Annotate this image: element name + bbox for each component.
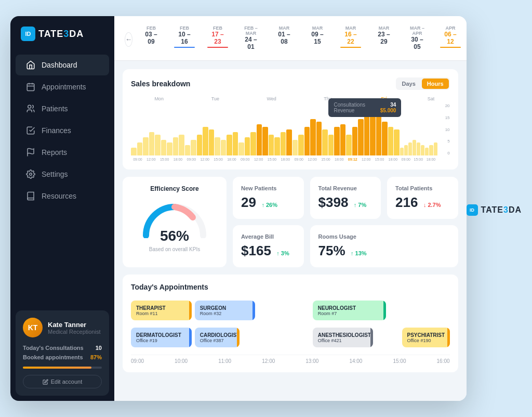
sidebar-item-label: Resources <box>42 192 76 200</box>
profile-role: Medical Receptionist <box>48 329 101 335</box>
timeline-row-2: DERMATOLOGIST Office #19 CARDIOLOGIST Of… <box>131 325 450 349</box>
bar <box>274 137 280 155</box>
date-tab-8[interactable]: MAR – APR 30 – 05 <box>402 23 433 55</box>
bar <box>346 135 352 155</box>
date-tab-4[interactable]: MAR 01 – 08 <box>269 23 300 55</box>
sidebar-item-label: Dashboard <box>42 61 77 69</box>
kpi-section: Efficiency Score 56% Based on overall KP… <box>123 177 458 267</box>
bar <box>304 127 310 155</box>
sidebar-item-appointments[interactable]: Appointments <box>16 76 109 97</box>
edit-account-button[interactable]: Edit account <box>23 375 102 388</box>
sidebar-item-settings[interactable]: Settings <box>16 164 109 185</box>
sidebar-item-dashboard[interactable]: Dashboard <box>16 55 109 75</box>
sidebar-logo: ID TATE3DA <box>10 16 114 49</box>
chart-title: Sales breakdown <box>131 80 190 88</box>
average-bill-card: Average Bill $165 ↑ 3% <box>233 225 304 267</box>
check-square-icon <box>26 126 35 135</box>
tooltip-consultations-row: Consultations 34 <box>334 102 396 108</box>
date-tabs: FEB 03 – 09 FEB 10 – 16 FEB 17 – 23 FEB … <box>136 23 466 55</box>
sidebar-item-label: Patients <box>42 105 68 113</box>
date-tab-5[interactable]: MAR 09 – 15 <box>302 23 333 55</box>
bar <box>215 137 220 155</box>
appt-surgeon: SURGEON Room #32 <box>195 301 256 320</box>
chart-toggle: Days Hours <box>396 77 450 90</box>
bar <box>245 137 250 155</box>
dashboard-content: Sales breakdown Days Hours Mon Tue Wed T… <box>114 61 467 401</box>
sidebar-item-label: Appointments <box>42 83 86 91</box>
calendar-icon <box>26 82 35 92</box>
bar <box>191 140 196 155</box>
booked-value: 87% <box>90 354 102 360</box>
bar <box>286 129 292 155</box>
sidebar-item-label: Finances <box>42 126 71 135</box>
profile-stats: Today's Consultations 10 Booked appointm… <box>23 345 102 360</box>
bottom-logo: ID TATE3DA <box>467 198 522 219</box>
timeline: THERAPIST Room #11 SURGEON Room #32 <box>131 298 450 364</box>
bar <box>155 135 161 155</box>
bar <box>425 148 429 155</box>
date-tab-9[interactable]: APR 06 – 12 <box>435 23 466 55</box>
days-toggle[interactable]: Days <box>397 79 421 89</box>
prev-arrow[interactable]: ← <box>125 32 132 47</box>
rooms-usage-change: ↑ 13% <box>351 250 367 256</box>
flag-icon <box>26 148 35 157</box>
booked-row: Booked appointments 87% <box>23 354 102 360</box>
bar <box>143 137 149 155</box>
bar <box>179 135 184 155</box>
total-patients-card: Total Patients 216 ↓ 2.7% <box>387 177 458 219</box>
tooltip-consultations-value: 34 <box>390 102 396 108</box>
tooltip-consultations-label: Consultations <box>334 102 365 108</box>
gear-icon <box>26 170 35 179</box>
sidebar-item-patients[interactable]: Patients <box>16 98 109 119</box>
sidebar-item-label: Settings <box>42 170 68 178</box>
svg-rect-0 <box>27 84 34 91</box>
bar <box>233 132 238 155</box>
bar <box>358 119 364 155</box>
edit-icon <box>43 379 48 385</box>
rooms-usage-label: Rooms Usage <box>318 233 450 240</box>
date-tab-2[interactable]: FEB 17 – 23 <box>202 23 233 55</box>
profile-info: Kate Tanner Medical Receptionist <box>48 321 101 335</box>
bar <box>298 135 304 155</box>
appt-dermatologist: DERMATOLOGIST Office #19 <box>131 328 192 347</box>
bar <box>292 140 298 155</box>
hours-toggle[interactable]: Hours <box>422 79 449 89</box>
bar <box>185 145 191 155</box>
bar <box>161 140 167 155</box>
bar <box>340 124 346 155</box>
bar <box>269 135 274 155</box>
date-tab-1[interactable]: FEB 10 – 16 <box>169 23 200 55</box>
sidebar-item-resources[interactable]: Resources <box>16 186 109 206</box>
bar <box>209 129 215 155</box>
booked-label: Booked appointments <box>23 354 83 360</box>
bar <box>257 124 262 155</box>
date-tab-6[interactable]: MAR 16 – 22 <box>335 23 366 55</box>
day-labels: Mon Tue Wed Thu Fri Sat <box>131 96 450 101</box>
bar <box>310 119 316 155</box>
bottom-logo-icon: ID <box>467 204 478 216</box>
tooltip-revenue-value: $5.000 <box>380 108 396 113</box>
book-icon <box>26 191 35 201</box>
new-patients-label: New Patients <box>241 185 296 191</box>
average-bill-value: $165 <box>241 243 271 258</box>
sidebar-item-reports[interactable]: Reports <box>16 142 109 163</box>
rooms-usage-card: Rooms Usage 75% ↑ 13% <box>310 225 458 267</box>
efficiency-card: Efficiency Score 56% Based on overall KP… <box>123 177 227 267</box>
sidebar-profile: KT Kate Tanner Medical Receptionist Toda… <box>16 310 109 396</box>
sales-breakdown-card: Sales breakdown Days Hours Mon Tue Wed T… <box>123 69 458 170</box>
sidebar-item-finances[interactable]: Finances <box>16 120 109 141</box>
progress-fill <box>23 367 91 369</box>
new-patients-change: ↑ 26% <box>261 202 277 208</box>
bar <box>394 129 400 155</box>
total-patients-value: 216 <box>395 194 418 210</box>
right-kpis: New Patients 29 ↑ 26% Total Revenue $398… <box>233 177 458 267</box>
bar <box>388 127 394 155</box>
date-tab-7[interactable]: MAR 23 – 29 <box>368 23 400 55</box>
date-tab-3[interactable]: FEB – MAR 24 – 01 <box>235 23 267 55</box>
bar <box>352 127 358 155</box>
svg-point-4 <box>28 105 31 108</box>
profile-name: Kate Tanner <box>48 321 101 329</box>
bar <box>382 122 388 155</box>
average-bill-change: ↑ 3% <box>276 250 289 256</box>
date-tab-0[interactable]: FEB 03 – 09 <box>136 23 167 55</box>
